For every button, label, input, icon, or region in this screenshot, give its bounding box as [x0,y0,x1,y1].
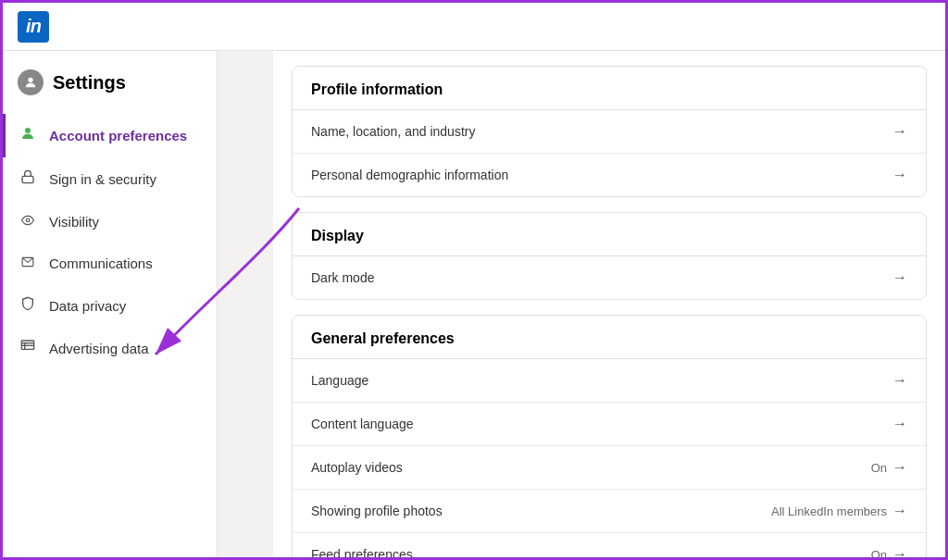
section-item-language[interactable]: Language → [293,359,926,403]
section-item-autoplay[interactable]: Autoplay videos On → [293,446,926,490]
section-item-feed-preferences[interactable]: Feed preferences On → [293,533,926,560]
chevron-right-icon: → [892,503,907,519]
sidebar-item-label: Advertising data [49,341,149,356]
section-display: Display Dark mode → [292,212,927,300]
section-item-feed-preferences-label: Feed preferences [311,547,413,560]
section-item-profile-photos-right: All LinkedIn members → [771,503,907,519]
section-item-demographic[interactable]: Personal demographic information → [293,154,926,196]
sidebar: Settings Account preferences Sign in & s… [3,51,218,560]
sidebar-item-label: Data privacy [49,298,126,314]
section-item-dark-mode-right: → [892,269,907,286]
sidebar-item-sign-in-security[interactable]: Sign in & security [3,157,217,201]
linkedin-logo: in [18,11,49,43]
section-general-preferences: General preferences Language → Content l… [292,315,927,560]
section-item-language-right: → [892,372,907,389]
sidebar-item-label: Sign in & security [49,171,156,187]
section-item-profile-photos-label: Showing profile photos [311,504,443,518]
section-profile-information: Profile information Name, location, and … [292,66,927,197]
section-item-feed-preferences-value: On [871,548,887,561]
svg-point-3 [26,218,30,222]
section-item-profile-photos[interactable]: Showing profile photos All LinkedIn memb… [293,490,926,533]
settings-title: Settings [53,72,126,93]
section-item-demographic-right: → [892,167,907,183]
section-item-feed-preferences-right: On → [871,546,907,560]
section-item-autoplay-label: Autoplay videos [311,460,403,475]
sidebar-item-visibility[interactable]: Visibility [3,201,217,243]
sidebar-item-data-privacy[interactable]: Data privacy [3,284,217,328]
settings-avatar [18,69,44,95]
shield-icon [18,295,38,317]
section-item-profile-photos-value: All LinkedIn members [771,504,887,518]
section-item-dark-mode[interactable]: Dark mode → [293,256,926,299]
content-area: Profile information Name, location, and … [273,51,945,560]
section-item-content-language-right: → [892,416,907,432]
section-item-language-label: Language [311,373,368,388]
svg-rect-2 [22,176,33,182]
section-item-autoplay-value: On [871,461,887,475]
section-item-dark-mode-label: Dark mode [311,270,374,285]
section-item-content-language-label: Content language [311,417,414,431]
sidebar-item-advertising-data[interactable]: Advertising data [3,328,217,369]
settings-header: Settings [3,69,217,114]
chevron-right-icon: → [892,459,907,476]
section-profile-header: Profile information [293,67,926,110]
chevron-right-icon: → [892,123,907,140]
sidebar-item-account-preferences[interactable]: Account preferences [3,114,217,157]
top-bar: in [3,3,945,51]
center-spacer [218,51,273,560]
section-item-autoplay-right: On → [871,459,907,476]
svg-point-0 [28,78,32,82]
sidebar-item-label: Account preferences [49,128,187,143]
section-item-demographic-label: Personal demographic information [311,168,508,182]
chevron-right-icon: → [892,167,907,183]
advertising-icon [18,339,38,358]
chevron-right-icon: → [892,546,907,560]
sidebar-item-label: Visibility [49,214,99,230]
section-item-name-location-right: → [892,123,907,140]
chevron-right-icon: → [892,372,907,389]
svg-point-1 [25,128,31,133]
section-item-name-location[interactable]: Name, location, and industry → [293,110,926,154]
section-display-header: Display [293,213,926,256]
lock-icon [18,168,38,190]
sidebar-item-communications[interactable]: Communications [3,243,217,284]
chevron-right-icon: → [892,269,907,286]
section-item-content-language[interactable]: Content language → [293,403,926,446]
person-icon [18,125,38,146]
chevron-right-icon: → [892,416,907,432]
sidebar-item-label: Communications [49,255,153,271]
section-general-header: General preferences [293,316,926,359]
eye-icon [18,212,38,231]
section-item-name-location-label: Name, location, and industry [311,124,475,139]
mail-icon [18,254,38,273]
main-layout: Settings Account preferences Sign in & s… [3,51,945,560]
